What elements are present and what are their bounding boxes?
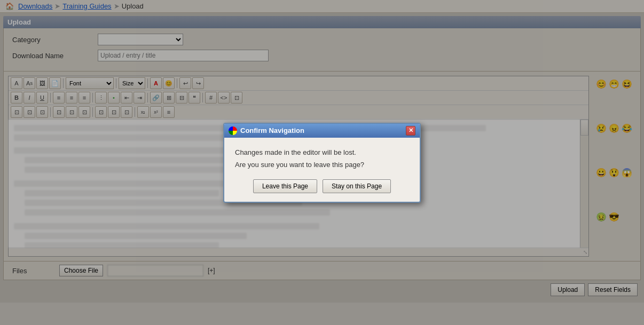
modal-title-left: Confirm Navigation <box>229 126 304 135</box>
chrome-icon <box>229 126 237 135</box>
modal-buttons: Leave this Page Stay on this Page <box>235 179 409 193</box>
modal-overlay: Confirm Navigation ✕ Changes made in the… <box>0 0 644 325</box>
confirm-navigation-dialog: Confirm Navigation ✕ Changes made in the… <box>223 123 421 203</box>
stay-on-page-button[interactable]: Stay on this Page <box>323 179 391 193</box>
modal-question: Are you sure you want to leave this page… <box>235 161 409 169</box>
modal-titlebar: Confirm Navigation ✕ <box>224 124 420 138</box>
modal-message: Changes made in the editor will be lost. <box>235 148 409 156</box>
modal-title-text: Confirm Navigation <box>240 126 304 134</box>
modal-body: Changes made in the editor will be lost.… <box>224 138 420 202</box>
leave-page-button[interactable]: Leave this Page <box>253 179 317 193</box>
modal-close-button[interactable]: ✕ <box>406 126 415 136</box>
